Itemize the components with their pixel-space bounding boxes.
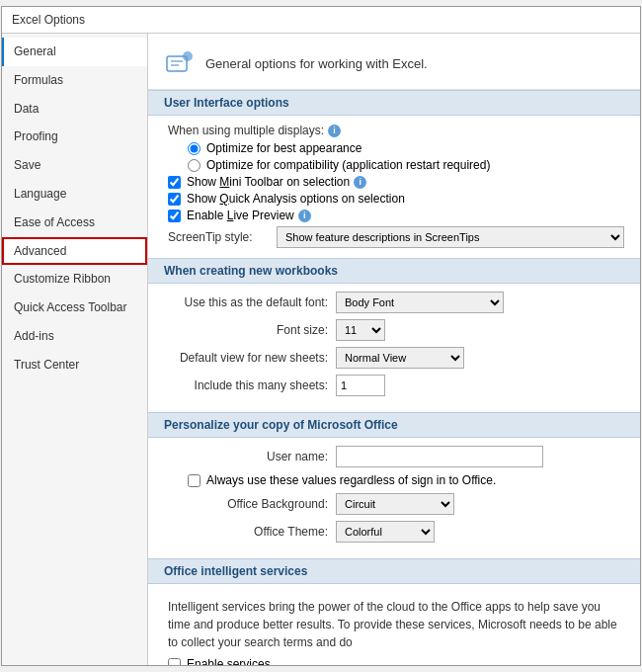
quick-analysis-checkbox[interactable] [168, 193, 181, 206]
font-size-row: Font size: 11 8 9 10 12 [168, 319, 624, 341]
mini-toolbar-checkbox[interactable] [168, 176, 181, 189]
sidebar-item-advanced[interactable]: Advanced [2, 237, 147, 266]
radio-compatibility[interactable] [188, 159, 201, 172]
title-bar: Excel Options [2, 7, 640, 34]
live-preview-checkbox[interactable] [168, 210, 181, 222]
section-personalize-title: Personalize your copy of Microsoft Offic… [148, 412, 640, 438]
section-ui-body: When using multiple displays: i Optimize… [148, 116, 640, 258]
window-title: Excel Options [12, 13, 85, 27]
radio-compatibility-label: Optimize for compatibility (application … [206, 158, 490, 172]
mini-toolbar-info-icon: i [354, 176, 366, 189]
section-personalize-body: User name: Always use these values regar… [148, 438, 640, 558]
username-row: User name: [168, 446, 624, 467]
enable-services-row: Enable services [168, 657, 624, 665]
section-services-title: Office intelligent services [148, 558, 640, 584]
display-radio-group: Optimize for best appearance Optimize fo… [188, 141, 624, 172]
panel-header: General options for working with Excel. [148, 34, 640, 90]
always-use-label: Always use these values regardless of si… [206, 473, 496, 487]
office-theme-row: Office Theme: Colorful Dark Gray Black W… [168, 521, 624, 543]
multiple-displays-info-icon: i [328, 125, 341, 137]
mini-toolbar-row: Show Mini Toolbar on selection i [168, 175, 624, 189]
sidebar-item-ease-of-access[interactable]: Ease of Access [2, 209, 147, 237]
content-area: General Formulas Data Proofing Save Lang… [2, 34, 640, 665]
office-theme-label: Office Theme: [168, 525, 336, 539]
section-new-workbook: When creating new workbooks Use this as … [148, 258, 640, 412]
sidebar-item-save[interactable]: Save [2, 151, 147, 180]
sidebar-item-language[interactable]: Language [2, 180, 147, 209]
sidebar: General Formulas Data Proofing Save Lang… [2, 34, 148, 665]
section-intelligent-services: Office intelligent services Intelligent … [148, 558, 640, 665]
office-background-label: Office Background: [168, 497, 336, 511]
sidebar-item-customize-ribbon[interactable]: Customize Ribbon [2, 265, 147, 294]
sheets-count-label: Include this many sheets: [168, 378, 336, 392]
main-panel: General options for working with Excel. … [148, 34, 640, 665]
sidebar-item-general[interactable]: General [2, 38, 147, 66]
radio-best-appearance-label: Optimize for best appearance [206, 141, 361, 155]
office-theme-select[interactable]: Colorful Dark Gray Black White [336, 521, 435, 543]
live-preview-info-icon: i [298, 210, 311, 222]
default-font-select[interactable]: Body Font Calibri Arial [336, 292, 504, 313]
office-background-select[interactable]: Circuit No Background Circles and Stripe… [336, 493, 454, 515]
section-ui-title: User Interface options [148, 90, 640, 116]
sidebar-item-data[interactable]: Data [2, 95, 147, 124]
username-input[interactable] [336, 446, 543, 467]
default-view-row: Default view for new sheets: Normal View… [168, 347, 624, 369]
username-label: User name: [168, 450, 336, 463]
always-use-checkbox[interactable] [188, 474, 201, 487]
multiple-displays-label: When using multiple displays: [168, 124, 324, 137]
live-preview-row: Enable Live Preview i [168, 209, 624, 222]
enable-services-checkbox[interactable] [168, 658, 181, 666]
sheets-count-row: Include this many sheets: [168, 375, 624, 396]
enable-services-label: Enable services [187, 657, 271, 665]
general-options-icon [164, 47, 196, 79]
section-workbook-body: Use this as the default font: Body Font … [148, 284, 640, 412]
quick-analysis-label: Show Quick Analysis options on selection [187, 192, 405, 206]
sidebar-item-quick-access-toolbar[interactable]: Quick Access Toolbar [2, 294, 147, 322]
font-size-select[interactable]: 11 8 9 10 12 [336, 319, 385, 341]
multiple-displays-row: When using multiple displays: i [168, 124, 624, 137]
live-preview-label: Enable Live Preview [187, 209, 294, 222]
section-personalize: Personalize your copy of Microsoft Offic… [148, 412, 640, 558]
quick-analysis-row: Show Quick Analysis options on selection [168, 192, 624, 206]
sidebar-item-trust-center[interactable]: Trust Center [2, 351, 147, 379]
services-description: Intelligent services bring the power of … [168, 592, 624, 657]
excel-options-window: Excel Options General Formulas Data Proo… [1, 6, 641, 666]
default-view-label: Default view for new sheets: [168, 351, 336, 365]
section-ui-options: User Interface options When using multip… [148, 90, 640, 258]
font-size-label: Font size: [168, 323, 336, 337]
always-use-row: Always use these values regardless of si… [188, 473, 624, 487]
sidebar-item-proofing[interactable]: Proofing [2, 123, 147, 151]
svg-point-1 [183, 51, 193, 61]
office-background-row: Office Background: Circuit No Background… [168, 493, 624, 515]
default-font-row: Use this as the default font: Body Font … [168, 292, 624, 313]
sheets-count-input[interactable] [336, 375, 385, 396]
section-services-body: Intelligent services bring the power of … [148, 584, 640, 665]
mini-toolbar-label: Show Mini Toolbar on selection [187, 175, 350, 189]
radio-best-appearance[interactable] [188, 142, 201, 155]
radio-best-appearance-row: Optimize for best appearance [188, 141, 624, 155]
screentip-row: ScreenTip style: Show feature descriptio… [168, 226, 624, 248]
sidebar-item-add-ins[interactable]: Add-ins [2, 322, 147, 351]
screentip-select[interactable]: Show feature descriptions in ScreenTips … [277, 226, 624, 248]
default-view-select[interactable]: Normal View Page Break Preview Page Layo… [336, 347, 464, 369]
section-workbook-title: When creating new workbooks [148, 258, 640, 284]
radio-compatibility-row: Optimize for compatibility (application … [188, 158, 624, 172]
screentip-label: ScreenTip style: [168, 230, 277, 244]
panel-header-text: General options for working with Excel. [205, 56, 428, 71]
default-font-label: Use this as the default font: [168, 295, 336, 309]
sidebar-item-formulas[interactable]: Formulas [2, 66, 147, 95]
